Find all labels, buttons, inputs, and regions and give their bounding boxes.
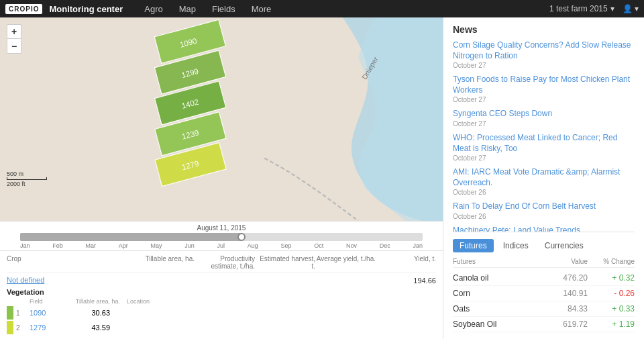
news-item-2: Syngenta CEO Steps Down October 27 — [453, 109, 635, 128]
futures-col-value: Value — [544, 258, 588, 265]
futures-name-corn: Corn — [453, 289, 544, 298]
map-scale: 500 m 2000 ft — [7, 171, 47, 187]
item-name-1090[interactable]: 1090 — [30, 309, 56, 317]
vegetation-label: Vegetation — [7, 288, 436, 296]
subh-field: Field — [30, 298, 66, 305]
news-date-3: October 27 — [453, 154, 635, 162]
news-link-5[interactable]: Rain To Delay End Of Corn Belt Harvest — [453, 201, 635, 212]
month-jul: Jul — [217, 242, 225, 249]
news-item-6: Machinery Pete: Land Value Trends — [453, 226, 635, 232]
futures-col-change: % Change — [588, 258, 635, 265]
main-layout: + − 500 m 2000 ft 1090 — [0, 17, 644, 339]
navbar-right: 1 test farm 2015 ▾ 👤 ▾ — [549, 4, 639, 13]
month-may: May — [150, 242, 162, 249]
news-item-5: Rain To Delay End Of Corn Belt Harvest O… — [453, 201, 635, 220]
col-tillable: Tillable area, ha. — [121, 255, 195, 270]
futures-change-soybean: + 1.19 — [588, 320, 635, 329]
month-mar: Mar — [86, 242, 97, 249]
tab-indices[interactable]: Indices — [496, 239, 535, 252]
vegetation-sub-header: Field Tillable area, ha. Location — [7, 297, 436, 305]
futures-change-corn: - 0.26 — [588, 289, 635, 298]
farm-dropdown-icon: ▾ — [610, 4, 614, 13]
col-average: Average yield, t./ha. — [315, 255, 376, 270]
item-rank-1: 1 — [16, 309, 30, 317]
map-container[interactable]: + − 500 m 2000 ft 1090 — [0, 17, 443, 221]
month-aug: Aug — [248, 242, 258, 249]
timeline-date: August 11, 2015 — [0, 224, 443, 232]
data-section: Crop Tillable area, ha. Productivity est… — [0, 250, 443, 339]
month-oct: Oct — [314, 242, 323, 249]
farm-selector[interactable]: 1 test farm 2015 ▾ — [549, 4, 614, 13]
futures-name-canola: Canola oil — [453, 273, 544, 283]
logo: CROPIO — [5, 4, 42, 14]
futures-row-soybean: Soybean Oil 619.72 + 1.19 — [453, 317, 635, 332]
news-link-3[interactable]: WHO: Processed Meat Linked to Cancer; Re… — [453, 133, 635, 154]
zoom-in-button[interactable]: + — [7, 24, 21, 39]
news-date-1: October 27 — [453, 96, 635, 103]
zoom-out-button[interactable]: − — [7, 39, 21, 54]
navbar: CROPIO Monitoring center Agro Map Fields… — [0, 0, 644, 17]
item-color-1090 — [7, 306, 13, 320]
map-svg: 1090 1299 1402 1239 1279 Dnieper — [0, 17, 443, 221]
news-date-4: October 26 — [453, 189, 635, 196]
nav-map[interactable]: Map — [171, 0, 204, 17]
futures-change-canola: + 0.32 — [588, 273, 635, 283]
news-link-4[interactable]: AMI: IARC Meat Vote Dramatic &amp; Alarm… — [453, 167, 635, 188]
news-date-0: October 27 — [453, 62, 635, 69]
vegetation-group: Vegetation Field Tillable area, ha. Loca… — [7, 288, 436, 335]
item-name-1279[interactable]: 1279 — [30, 324, 56, 332]
futures-name-soybean: Soybean Oil — [453, 320, 544, 329]
news-item-1: Tyson Foods to Raise Pay for Most Chicke… — [453, 75, 635, 103]
news-link-2[interactable]: Syngenta CEO Steps Down — [453, 109, 635, 119]
news-item-4: AMI: IARC Meat Vote Dramatic &amp; Alarm… — [453, 167, 635, 196]
item-tillable-1090: 30.63 — [56, 309, 110, 317]
news-item-0: Corn Silage Quality Concerns? Add Slow R… — [453, 40, 635, 69]
not-defined-value: 194.66 — [362, 277, 436, 285]
news-title: News — [453, 24, 635, 35]
not-defined-label[interactable]: Not defined — [7, 276, 44, 284]
timeline-progress — [20, 233, 241, 241]
news-link-1[interactable]: Tyson Foods to Raise Pay for Most Chicke… — [453, 75, 635, 95]
user-icon: 👤 ▾ — [623, 4, 639, 13]
farm-name: 1 test farm 2015 — [549, 4, 608, 13]
nav-agro[interactable]: Agro — [136, 0, 170, 17]
month-sep: Sep — [280, 242, 291, 249]
subh-tillable: Tillable area, ha. — [66, 298, 120, 305]
futures-col-name: Futures — [453, 258, 544, 265]
news-date-2: October 27 — [453, 120, 635, 128]
map-zoom-controls: + − — [7, 24, 21, 54]
tab-futures[interactable]: Futures — [453, 239, 494, 252]
nav-more[interactable]: More — [244, 0, 280, 17]
item-tillable-1279: 43.59 — [56, 324, 110, 332]
scale-ft: 2000 ft — [7, 181, 47, 187]
month-jan1: Jan — [20, 242, 30, 249]
user-menu[interactable]: 👤 ▾ — [623, 4, 639, 13]
nav-fields[interactable]: Fields — [204, 0, 244, 17]
futures-value-canola: 476.20 — [544, 273, 588, 283]
left-panel: + − 500 m 2000 ft 1090 — [0, 17, 443, 339]
timeline-handle[interactable] — [237, 233, 246, 241]
news-link-6[interactable]: Machinery Pete: Land Value Trends — [453, 226, 635, 232]
col-estimated: Estimated harvest, t. — [255, 255, 315, 270]
news-link-0[interactable]: Corn Silage Quality Concerns? Add Slow R… — [453, 40, 635, 61]
news-item-3: WHO: Processed Meat Linked to Cancer; Re… — [453, 133, 635, 162]
subh-location: Location — [120, 298, 436, 305]
tab-currencies[interactable]: Currencies — [538, 239, 590, 252]
month-apr: Apr — [119, 242, 128, 249]
news-section: News Corn Silage Quality Concerns? Add S… — [443, 17, 644, 232]
app-title: Monitoring center — [49, 4, 123, 14]
col-yield: Yield, t. — [376, 255, 436, 270]
col-productivity: Productivity estimate, t./ha. — [195, 255, 255, 270]
month-feb: Feb — [52, 242, 63, 249]
timeline-bar[interactable] — [20, 233, 423, 241]
futures-row-canola: Canola oil 476.20 + 0.32 — [453, 271, 635, 286]
month-jan2: Jan — [413, 242, 423, 249]
item-rank-2: 2 — [16, 324, 30, 332]
futures-section: Futures Indices Currencies Futures Value… — [443, 232, 644, 339]
not-defined-row: Not defined 194.66 — [7, 276, 436, 285]
news-date-5: October 26 — [453, 213, 635, 220]
month-dec: Dec — [380, 242, 390, 249]
futures-value-soybean: 619.72 — [544, 320, 588, 329]
item-color-1279 — [7, 321, 13, 334]
futures-name-oats: Oats — [453, 304, 544, 313]
